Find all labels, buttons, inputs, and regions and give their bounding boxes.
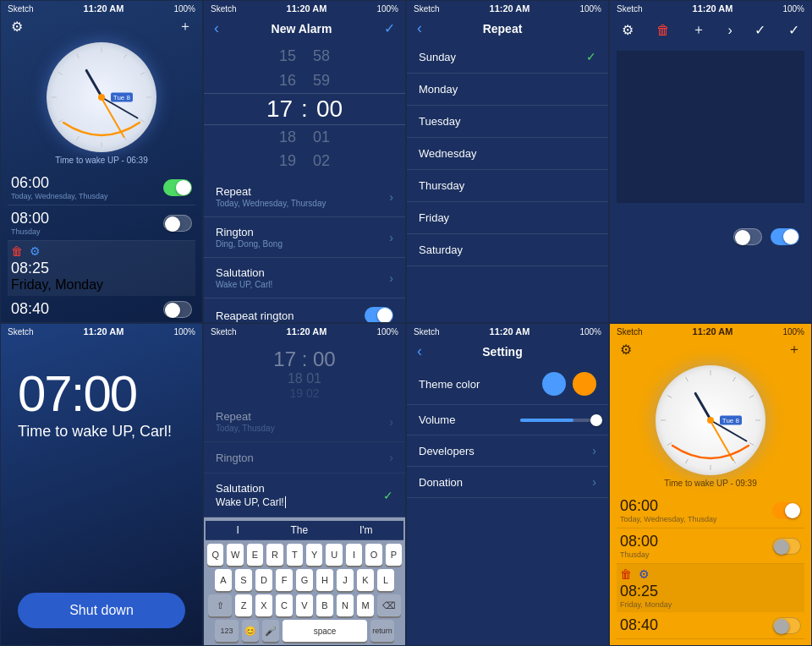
toggle-rington[interactable] — [365, 307, 393, 323]
volume-knob[interactable] — [590, 414, 602, 426]
plus-icon-4[interactable]: ＋ — [692, 21, 705, 39]
key-x[interactable]: X — [255, 594, 272, 616]
big-time: 07:00 — [18, 364, 185, 423]
toggle-1[interactable] — [163, 179, 192, 196]
salutation-item[interactable]: Salutation Wake UP, Carl! › — [204, 258, 405, 298]
repeat-item[interactable]: Repeat Today, Wednesday, Thursday › — [204, 177, 405, 217]
day-friday[interactable]: Friday — [407, 202, 608, 234]
key-c[interactable]: C — [276, 594, 293, 616]
key-q[interactable]: Q — [207, 544, 223, 566]
key-i[interactable]: I — [346, 544, 362, 566]
salutation-input[interactable]: Wake UP, Carl! — [216, 496, 288, 508]
key-u[interactable]: U — [326, 544, 342, 566]
color-options — [542, 372, 596, 396]
key-a[interactable]: A — [215, 569, 232, 591]
check-salutation[interactable]: ✓ — [383, 489, 393, 502]
key-l[interactable]: L — [377, 569, 394, 591]
settings-icon-8[interactable]: ⚙ — [639, 567, 650, 581]
key-k[interactable]: K — [357, 569, 374, 591]
screen-keyboard-alarm: Sketch 11:20 AM 100% 17 : 00 18 01 19 02… — [203, 323, 406, 646]
toggle-8-2[interactable] — [772, 538, 801, 555]
settings-icon-1[interactable]: ⚙ — [30, 244, 41, 258]
key-space[interactable]: space — [283, 620, 367, 642]
suggestion-im[interactable]: I'm — [359, 524, 373, 536]
toggle-8-1[interactable] — [772, 502, 801, 519]
back-button-2[interactable]: ‹ — [214, 19, 219, 37]
back-button-3[interactable]: ‹ — [417, 19, 422, 37]
suggestion-i[interactable]: I — [236, 524, 239, 536]
key-emoji[interactable]: 😊 — [242, 620, 259, 642]
day-monday[interactable]: Monday — [407, 74, 608, 106]
toggle-2[interactable] — [163, 215, 192, 232]
key-h[interactable]: H — [316, 569, 333, 591]
wake-text-1: Time to wake UP - 06:39 — [1, 156, 202, 165]
key-b[interactable]: B — [316, 594, 333, 616]
clock-face-8: Tue 8 — [656, 365, 765, 475]
day-thursday[interactable]: Thursday — [407, 170, 608, 202]
color-orange[interactable] — [573, 372, 596, 396]
shutdown-button[interactable]: Shut down — [18, 593, 185, 628]
svg-line-4 — [140, 120, 145, 123]
back-button-7[interactable]: ‹ — [417, 342, 422, 360]
check-4b[interactable]: ✓ — [788, 22, 799, 38]
day-tuesday[interactable]: Tuesday — [407, 106, 608, 138]
gear-icon-4[interactable]: ⚙ — [622, 22, 634, 38]
chevron-right-4a[interactable]: › — [728, 23, 732, 38]
key-m[interactable]: M — [357, 594, 374, 616]
key-return[interactable]: return — [370, 620, 394, 642]
suggestion-the[interactable]: The — [291, 524, 309, 536]
nav-title-7: Setting — [482, 345, 522, 359]
key-r[interactable]: R — [266, 544, 283, 566]
key-s[interactable]: S — [235, 569, 252, 591]
salutation-input-item: Salutation Wake UP, Carl! ✓ — [204, 474, 405, 517]
key-o[interactable]: O — [365, 544, 381, 566]
donation-item[interactable]: Donation › — [407, 467, 608, 498]
screen-setting: Sketch 11:20 AM 100% ‹ Setting Theme col… — [406, 323, 609, 646]
check-4a[interactable]: ✓ — [754, 22, 765, 38]
developers-item[interactable]: Developers › — [407, 435, 608, 467]
key-y[interactable]: Y — [306, 544, 322, 566]
trash-icon-8[interactable]: 🗑 — [620, 567, 632, 581]
key-d[interactable]: D — [255, 569, 272, 591]
toggle-8-4[interactable] — [772, 617, 801, 634]
alarm-time-8-3: 08:25 — [620, 583, 672, 600]
color-blue[interactable] — [542, 372, 566, 396]
key-f[interactable]: F — [276, 569, 293, 591]
trash-icon-4[interactable]: 🗑 — [656, 23, 670, 38]
check-sunday: ✓ — [586, 50, 596, 63]
plus-icon-8[interactable]: ＋ — [787, 341, 801, 359]
key-shift[interactable]: ⇧ — [208, 594, 232, 616]
key-g[interactable]: G — [296, 569, 313, 591]
key-e[interactable]: E — [247, 544, 263, 566]
key-v[interactable]: V — [296, 594, 313, 616]
check-button-2[interactable]: ✓ — [384, 20, 395, 36]
key-z[interactable]: Z — [235, 594, 252, 616]
salutation-label: Salutation — [216, 266, 272, 279]
day-saturday[interactable]: Saturday — [407, 234, 608, 266]
day-wednesday[interactable]: Wednesday — [407, 138, 608, 170]
time-4: 11:20 AM — [693, 3, 733, 14]
key-j[interactable]: J — [337, 569, 354, 591]
rington-item[interactable]: Rington Ding, Dong, Bong › — [204, 217, 405, 258]
day-sunday[interactable]: Sunday ✓ — [407, 41, 608, 74]
gear-icon-8[interactable]: ⚙ — [620, 342, 632, 358]
trash-icon-1[interactable]: 🗑 — [11, 244, 23, 258]
key-backspace[interactable]: ⌫ — [377, 594, 401, 616]
plus-icon[interactable]: ＋ — [178, 18, 192, 36]
svg-line-19 — [686, 459, 689, 463]
toggle-4a[interactable] — [733, 228, 762, 245]
key-n[interactable]: N — [337, 594, 354, 616]
key-p[interactable]: P — [386, 544, 402, 566]
gear-icon[interactable]: ⚙ — [11, 19, 23, 35]
key-123[interactable]: 123 — [215, 620, 239, 642]
svg-line-16 — [749, 443, 754, 446]
clock-container-8: Tue 8 — [610, 359, 811, 479]
key-mic[interactable]: 🎤 — [262, 620, 279, 642]
volume-slider[interactable] — [455, 419, 596, 422]
key-t[interactable]: T — [287, 544, 303, 566]
toggle-4b[interactable] — [771, 228, 799, 245]
carrier-5: Sketch — [8, 327, 34, 337]
wake-up-message: Time to wake UP, Carl! — [18, 423, 185, 441]
toggle-4[interactable] — [163, 301, 192, 318]
key-w[interactable]: W — [227, 544, 243, 566]
